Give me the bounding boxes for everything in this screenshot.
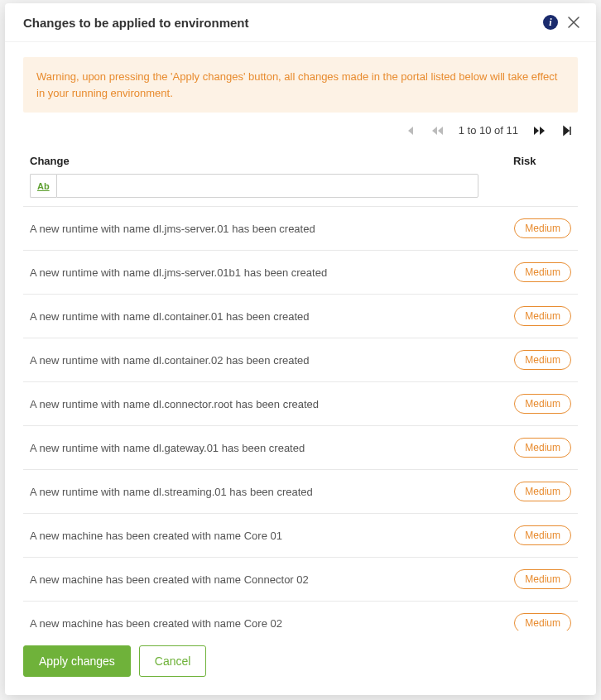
pagination-text: 1 to 10 of 11 [459, 124, 518, 137]
warning-banner: Warning, upon pressing the 'Apply change… [23, 57, 578, 113]
risk-badge: Medium [514, 394, 571, 414]
table-row: A new machine has been created with name… [23, 601, 578, 630]
change-text: A new runtime with name dl.container.02 … [30, 354, 514, 367]
table-row: A new runtime with name dl.container.02 … [23, 338, 578, 381]
risk-badge: Medium [514, 613, 571, 630]
change-text: A new runtime with name dl.gateway.01 ha… [30, 442, 514, 454]
risk-badge: Medium [514, 306, 571, 326]
modal-footer: Apply changes Cancel [5, 630, 596, 695]
modal-header: Changes to be applied to environment i [5, 3, 596, 42]
table-row: A new runtime with name dl.gateway.01 ha… [23, 425, 578, 469]
change-filter-input[interactable] [56, 174, 478, 198]
cancel-button[interactable]: Cancel [139, 645, 207, 677]
risk-badge: Medium [514, 525, 571, 545]
pagination: 1 to 10 of 11 [23, 124, 578, 137]
table-row: A new runtime with name dl.connector.roo… [23, 381, 578, 425]
change-text: A new runtime with name dl.container.01 … [30, 310, 514, 323]
modal-title: Changes to be applied to environment [23, 16, 543, 30]
change-text: A new runtime with name dl.connector.roo… [30, 398, 514, 410]
table-row: A new machine has been created with name… [23, 557, 578, 601]
apply-changes-button[interactable]: Apply changes [23, 645, 131, 677]
page-next-icon[interactable] [533, 125, 546, 137]
risk-badge: Medium [514, 218, 571, 238]
modal-body: Warning, upon pressing the 'Apply change… [5, 42, 596, 630]
table-body: A new runtime with name dl.jms-server.01… [23, 206, 578, 630]
risk-badge: Medium [514, 350, 571, 370]
page-last-icon[interactable] [561, 125, 573, 137]
table-row: A new runtime with name dl.jms-server.01… [23, 206, 578, 250]
change-text: A new machine has been created with name… [30, 617, 514, 630]
risk-badge: Medium [514, 482, 571, 501]
column-header-risk[interactable]: Risk [513, 155, 571, 167]
page-first-icon[interactable] [404, 125, 416, 137]
risk-badge: Medium [514, 438, 571, 458]
changes-modal: Changes to be applied to environment i W… [5, 3, 596, 695]
table-row: A new machine has been created with name… [23, 513, 578, 557]
table-row: A new runtime with name dl.streaming.01 … [23, 469, 578, 513]
close-icon[interactable] [566, 15, 581, 30]
column-header-change[interactable]: Change [30, 155, 513, 167]
change-text: A new runtime with name dl.streaming.01 … [30, 486, 514, 498]
change-text: A new runtime with name dl.jms-server.01… [30, 266, 514, 279]
filter-type-button[interactable]: Ab [30, 174, 56, 198]
table-row: A new runtime with name dl.jms-server.01… [23, 250, 578, 294]
change-text: A new runtime with name dl.jms-server.01… [30, 223, 514, 235]
risk-badge: Medium [514, 262, 571, 282]
change-text: A new machine has been created with name… [30, 530, 514, 542]
page-prev-icon[interactable] [430, 125, 444, 137]
change-text: A new machine has been created with name… [30, 573, 514, 586]
table-row: A new runtime with name dl.container.01 … [23, 294, 578, 338]
table-header: Change Ab Risk [23, 155, 578, 206]
info-icon[interactable]: i [543, 15, 558, 30]
risk-badge: Medium [514, 569, 571, 589]
